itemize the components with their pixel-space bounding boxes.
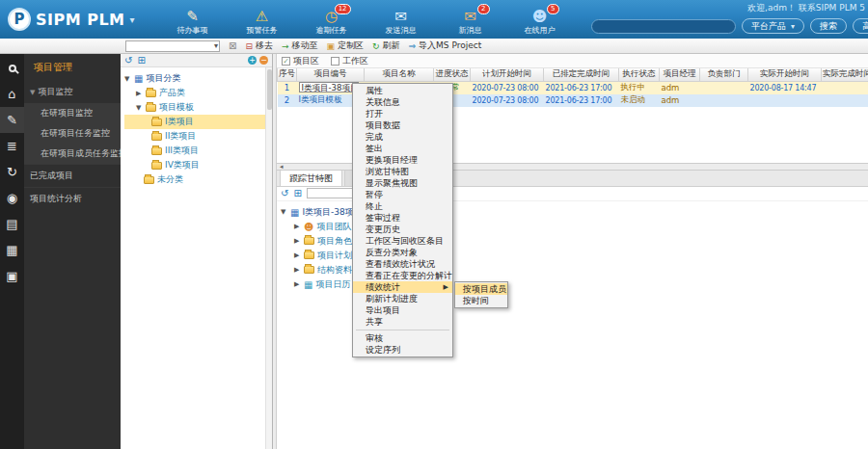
rail-calendar-icon[interactable]: ▦ [0,237,24,263]
tree-refresh-icon[interactable]: ↺ [124,55,132,66]
menu-item-audit[interactable]: 审核 [353,332,452,344]
folder-icon [151,133,162,141]
col-name[interactable]: 项目名称 [365,68,434,81]
expand-all-icon[interactable]: + [248,56,257,65]
menu-item-set-sequence[interactable]: 设定序列 [353,344,452,356]
new-message-button[interactable]: ✉2 新消息 [448,9,494,36]
search-button[interactable]: 搜索 [810,18,847,34]
custom-area-button[interactable]: ▣ 定制区 [326,40,364,52]
advanced-search-button[interactable]: 高级 [853,18,868,34]
menu-item-complete[interactable]: 完成 [353,131,452,143]
menu-item-view-performance-status[interactable]: 查看绩效统计状况 [353,258,452,270]
submenu-item-by-time[interactable]: 按时间 [455,295,507,306]
tree-node-class4-project[interactable]: IV类项目 [124,158,272,172]
sidebar-item-active-project-monitor[interactable]: 在研项目监控 [24,103,121,123]
app-logo-menu[interactable]: P SIPM PLM ▾ [0,8,145,31]
collapse-left-icon[interactable]: ◂ [280,164,284,171]
sidebar-item-active-task-monitor[interactable]: 在研项目任务监控 [24,123,121,144]
tree-node-class3-project[interactable]: III类项目 [124,144,272,158]
detail-layout-icon[interactable]: ⊞ [293,188,301,198]
sidebar-item-project-statistics[interactable]: 项目统计分析 [24,187,121,210]
rail-edit-icon[interactable]: ✎ [0,107,24,133]
scrollbar-thumb[interactable] [267,69,272,110]
move-to-button[interactable]: → 移动至 [282,40,318,52]
col-actual-finish[interactable]: 实际完成时间 [822,68,868,81]
remove-button[interactable]: ⊟ 移去 [245,40,273,52]
warning-tasks-button[interactable]: ⚠ 预警任务 [239,9,285,36]
collapse-all-icon[interactable]: − [259,56,268,65]
detail-refresh-icon[interactable]: ↺ [281,188,288,198]
menu-item-change-manager[interactable]: 更换项目经理 [353,154,452,166]
rail-book-icon[interactable]: ▤ [0,211,24,237]
col-actual-start[interactable]: 实际开始时间 [748,68,822,81]
menu-item-project-data[interactable]: 项目数据 [353,119,452,131]
refresh-button[interactable]: ↻ 刷新 [372,40,400,52]
tree-node-unclassified[interactable]: 未分类 [124,172,272,187]
logo-icon: P [8,8,31,31]
menu-item-view-gantt[interactable]: 浏览甘特图 [353,166,452,177]
search-category-dropdown[interactable]: 平台产品 ▾ [742,18,804,34]
menu-item-view-changing-plans[interactable]: 查看正在变更的分解计划 [353,270,452,281]
menu-item-workspace-recycle[interactable]: 工作区与回收区条目 [353,235,452,247]
chevron-down-icon: ▾ [130,14,135,25]
menu-item-performance-stats[interactable]: ▶ 绩效统计 [353,281,452,293]
work-area-checkbox[interactable]: 工作区 [331,55,368,67]
import-ms-project-button[interactable]: ⇒ 导入MS Project [409,40,482,52]
menu-item-share[interactable]: 共享 [353,316,452,328]
menu-item-open[interactable]: 打开 [353,108,452,119]
menu-item-pause[interactable]: 暂停 [353,189,452,200]
menu-item-export-project[interactable]: 导出项目 [353,304,452,316]
overdue-tasks-button[interactable]: ◷12 逾期任务 [309,9,355,36]
col-plan-start[interactable]: 计划开始时间 [471,68,544,81]
submenu-item-by-member[interactable]: 按项目成员 [455,283,507,295]
menu-item-reverse-lookup[interactable]: 反查分类对象 [353,247,452,258]
tree-layout-icon[interactable]: ⊞ [137,55,145,66]
online-users-button[interactable]: ☻5 在线用户 [517,9,563,36]
code-edit-field[interactable]: I类项目-38项目 [299,82,360,92]
menu-item-change-history[interactable]: 变更历史 [353,224,452,235]
menu-item-focus-view[interactable]: 显示聚焦视图 [353,177,452,189]
sidebar-item-member-task-monitor[interactable]: 在研项目成员任务监控 [24,144,121,164]
view-combobox[interactable]: ▾ [125,40,220,52]
menu-item-terminate[interactable]: 终止 [353,200,452,212]
todo-icon: ✎ [170,9,216,24]
project-area-checkbox[interactable]: ✓ 项目区 [282,55,319,67]
col-exec-status[interactable]: 执行状态 [619,68,660,81]
col-sched-finish[interactable]: 已排定完成时间 [544,68,619,81]
menu-item-review-process[interactable]: 签审过程 [353,212,452,224]
sidebar-group-items: 在研项目监控 在研项目任务监控 在研项目成员任务监控 [24,103,121,164]
sidebar-group-project-monitor[interactable]: ▼项目监控 [24,82,121,103]
rail-home-icon[interactable]: ⌂ [0,81,24,107]
rail-database-icon[interactable]: ≣ [0,133,24,159]
menu-item-checkout[interactable]: 签出 [353,143,452,154]
tree-node-class1-project[interactable]: I类项目 [124,115,272,129]
col-progress[interactable]: 进度状态 [434,68,471,81]
sidebar-item-completed-projects[interactable]: 已完成项目 [24,164,121,187]
tree-node-product-class[interactable]: ▶ 产品类 [124,86,272,100]
menu-item-properties[interactable]: 属性 [353,85,452,96]
col-dept[interactable]: 负责部门 [700,68,748,81]
remove-icon: ⊟ [245,41,253,51]
send-message-button[interactable]: ✉ 发送消息 [378,9,424,36]
rail-search-icon[interactable] [0,55,24,81]
tree-node-root[interactable]: ▼ ▦ 项目分类 [124,71,272,86]
menu-item-refresh-plan-progress[interactable]: 刷新计划进度 [353,293,452,304]
col-manager[interactable]: 项目经理 [660,68,700,81]
table-header-row: 序号 项目编号 项目名称 进度状态 计划开始时间 已排定完成时间 执行状态 项目… [278,68,868,81]
rail-card-icon[interactable]: ▣ [0,263,24,289]
project-link[interactable]: I类项目模板 [299,94,342,104]
global-search-input[interactable] [591,19,736,34]
online-users-badge: 5 [547,4,558,14]
rail-sync-icon[interactable]: ↻ [0,159,24,185]
menu-item-related-info[interactable]: 关联信息 [353,96,452,108]
col-code[interactable]: 项目编号 [297,68,365,81]
tree-node-class2-project[interactable]: II类项目 [124,129,272,144]
col-no[interactable]: 序号 [278,68,297,81]
search-icon [9,65,16,72]
rail-support-icon[interactable]: ◉ [0,185,24,211]
clear-icon[interactable]: ⊠ [229,40,236,51]
tree-node-project-template[interactable]: ▼ 项目模板 [124,100,272,115]
todo-button[interactable]: ✎ 待办事项 [170,9,216,36]
tree-scrollbar[interactable] [265,67,272,449]
tab-tracking-gantt[interactable]: 跟踪甘特图 [280,170,342,186]
